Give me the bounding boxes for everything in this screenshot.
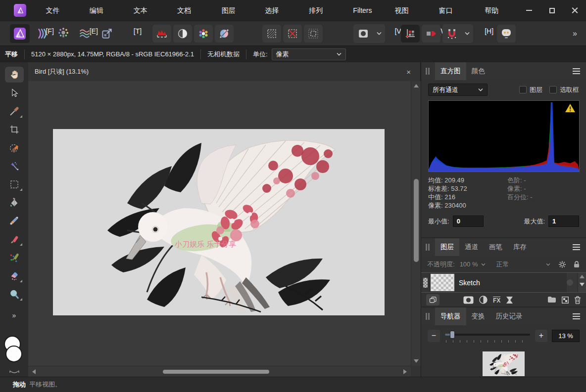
grid-button[interactable]: [401, 25, 420, 43]
max-value-input[interactable]: 1: [548, 216, 579, 227]
menu-text[interactable]: 文本[T]: [122, 0, 166, 21]
horizontal-scrollbar[interactable]: [28, 366, 411, 377]
tab-close-button[interactable]: ×: [403, 67, 414, 77]
blend-mode-value[interactable]: 正常: [496, 260, 509, 269]
layer-visibility-toggle[interactable]: [567, 279, 573, 286]
layer-name[interactable]: Sketch: [454, 273, 567, 292]
more-tools-button[interactable]: »: [12, 311, 16, 319]
snapping-button[interactable]: [442, 24, 461, 43]
layer-effects-button[interactable]: FX: [493, 297, 500, 304]
maximize-button[interactable]: [540, 0, 563, 21]
panel-menu-icon[interactable]: [573, 313, 580, 319]
menu-layer[interactable]: 图层[L]: [210, 0, 254, 21]
menu-arrange[interactable]: 排列[A]: [297, 0, 342, 21]
crop-tool-button[interactable]: [5, 122, 24, 137]
zoom-slider[interactable]: [445, 329, 530, 342]
insert-order-button[interactable]: [422, 25, 440, 43]
chevron-down-icon[interactable]: [546, 263, 550, 266]
minimize-button[interactable]: [518, 0, 540, 21]
horizontal-scroll-thumb[interactable]: [163, 370, 269, 374]
tab-layers[interactable]: 图层: [435, 238, 459, 256]
mask-layer-button[interactable]: [463, 296, 474, 304]
tab-channels[interactable]: 通道: [459, 238, 484, 256]
selection-brush-tool-button[interactable]: [5, 140, 24, 156]
menu-edit[interactable]: 编辑[E]: [78, 0, 122, 21]
layer-checkbox[interactable]: [519, 86, 527, 93]
color-replacement-brush-tool-button[interactable]: [5, 250, 24, 265]
navigator-thumbnail[interactable]: [483, 351, 525, 376]
panel-menu-icon[interactable]: [573, 68, 580, 74]
auto-contrast-button[interactable]: [173, 25, 192, 43]
layer-drag-handle[interactable]: [421, 273, 430, 292]
tab-brushes[interactable]: 画笔: [484, 238, 508, 256]
document-tab[interactable]: Bird [只读] (13.1%) ×: [28, 62, 421, 81]
tab-histogram[interactable]: 直方图: [435, 62, 466, 80]
zoom-out-button[interactable]: −: [428, 330, 440, 342]
vertical-scrollbar[interactable]: [411, 81, 421, 366]
gradient-tool-button[interactable]: [5, 213, 24, 229]
swap-colors-button[interactable]: [8, 370, 21, 375]
vertical-scroll-thumb[interactable]: [414, 179, 419, 262]
adjustment-layer-button[interactable]: [479, 296, 488, 304]
layers-scrollbar[interactable]: [578, 273, 586, 292]
quick-mask-chevron[interactable]: [373, 24, 385, 43]
eraser-tool-button[interactable]: [5, 268, 24, 284]
tab-history[interactable]: 历史记录: [490, 307, 528, 325]
layer-thumbnail[interactable]: [431, 274, 454, 291]
auto-colour-button[interactable]: [194, 25, 213, 43]
live-filter-button[interactable]: [506, 296, 513, 304]
auto-white-balance-button[interactable]: [215, 25, 234, 43]
paint-brush-tool-button[interactable]: [5, 231, 24, 247]
tab-transform[interactable]: 变换: [466, 307, 490, 325]
marquee-tool-button[interactable]: [5, 176, 24, 192]
flood-select-tool-button[interactable]: [5, 158, 24, 174]
clipping-warning-icon[interactable]: [565, 103, 576, 113]
min-value-input[interactable]: 0: [453, 216, 484, 227]
zoom-value-input[interactable]: 13 %: [552, 330, 580, 342]
opacity-value[interactable]: 100 %: [460, 261, 478, 268]
chevron-down-icon[interactable]: [481, 263, 486, 266]
menu-help[interactable]: 帮助[H]: [473, 0, 518, 21]
tab-navigator[interactable]: 导航器: [435, 307, 466, 325]
unit-select[interactable]: 像素: [272, 48, 346, 60]
menu-view[interactable]: 视图[V]: [383, 0, 427, 21]
menu-select[interactable]: 选择[S]: [253, 0, 297, 21]
menu-file[interactable]: 文件[F]: [34, 0, 78, 21]
menu-filters[interactable]: Filters: [342, 0, 383, 21]
blur-tool-button[interactable]: [5, 286, 24, 302]
panel-grip-icon[interactable]: [426, 244, 427, 251]
assistant-button[interactable]: [497, 25, 516, 43]
tone-mapping-persona-button[interactable]: [75, 24, 95, 43]
blend-options-gear-icon[interactable]: [558, 261, 566, 268]
auto-levels-button[interactable]: [152, 25, 171, 43]
channel-select[interactable]: 所有通道: [428, 84, 488, 96]
export-persona-button[interactable]: [97, 24, 117, 43]
selection-subtract-button[interactable]: [283, 25, 302, 43]
panel-menu-icon[interactable]: [573, 244, 580, 250]
color-picker-tool-button[interactable]: [5, 103, 24, 119]
photo-persona-button[interactable]: [10, 24, 30, 43]
selection-new-button[interactable]: [262, 25, 281, 43]
liquify-persona-button[interactable]: [32, 24, 51, 43]
zoom-slider-thumb[interactable]: [450, 331, 455, 339]
move-tool-button[interactable]: [5, 85, 24, 101]
pan-tool-button[interactable]: [5, 67, 24, 83]
quick-mask-button[interactable]: [353, 24, 373, 43]
develop-persona-button[interactable]: [53, 24, 73, 43]
panel-grip-icon[interactable]: [426, 68, 427, 75]
panel-grip-icon[interactable]: [426, 313, 427, 320]
snapping-chevron[interactable]: [461, 24, 473, 43]
delete-layer-button[interactable]: [574, 296, 581, 304]
selection-intersect-button[interactable]: [304, 25, 323, 43]
rasterize-mask-button[interactable]: [562, 297, 569, 304]
tab-color[interactable]: 颜色: [466, 62, 490, 80]
marquee-checkbox[interactable]: [549, 86, 557, 93]
tab-stock[interactable]: 库存: [508, 238, 532, 256]
toolbar-overflow-button[interactable]: »: [570, 26, 580, 41]
canvas-viewport[interactable]: 小刀娱乐 乐于分享: [28, 81, 421, 377]
lock-icon[interactable]: [573, 261, 580, 268]
group-layers-button[interactable]: [547, 296, 556, 304]
layer-row-sketch[interactable]: Sketch: [421, 272, 586, 293]
menu-window[interactable]: 窗口[W]: [428, 0, 474, 21]
menu-document[interactable]: 文档[D]: [166, 0, 210, 21]
